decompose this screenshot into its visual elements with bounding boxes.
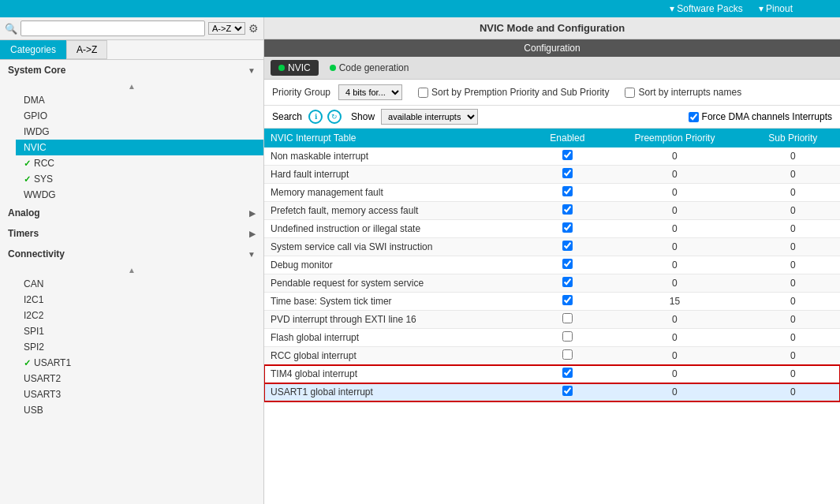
force-dma-checkbox[interactable] — [689, 112, 699, 122]
enabled-checkbox[interactable] — [562, 204, 573, 215]
col-interrupt-name: NVIC Interrupt Table — [264, 129, 531, 147]
usart3-label: USART3 — [24, 389, 61, 400]
enabled-cell[interactable] — [531, 256, 603, 274]
gpio-label: GPIO — [24, 110, 47, 121]
sidebar-item-sys[interactable]: ✓SYS — [16, 171, 263, 187]
section-analog[interactable]: Analog ▶ — [0, 203, 263, 223]
enabled-cell[interactable] — [531, 184, 603, 202]
enabled-checkbox[interactable] — [562, 386, 573, 396]
enabled-checkbox[interactable] — [562, 259, 573, 269]
enabled-cell[interactable] — [531, 238, 603, 256]
enabled-cell[interactable] — [531, 147, 603, 166]
sub-priority-cell: 0 — [746, 256, 840, 274]
section-connectivity[interactable]: Connectivity ▼ — [0, 244, 263, 264]
sidebar-item-spi2[interactable]: SPI2 — [16, 339, 263, 355]
enabled-cell[interactable] — [531, 311, 603, 329]
enabled-checkbox[interactable] — [562, 313, 573, 323]
enabled-cell[interactable] — [531, 293, 603, 311]
sidebar-item-usart2[interactable]: USART2 — [16, 371, 263, 386]
section-timers-label: Timers — [8, 228, 39, 239]
interrupt-name-cell: Undefined instruction or illegal state — [264, 220, 531, 238]
can-label: CAN — [24, 278, 43, 289]
sidebar-item-i2c2[interactable]: I2C2 — [16, 308, 263, 323]
enabled-cell[interactable] — [531, 274, 603, 293]
search-info-icon[interactable]: ℹ — [308, 110, 323, 124]
main-layout: 🔍 A->Z ⚙ Categories A->Z System Core ▼ ▲… — [0, 17, 840, 504]
enabled-cell[interactable] — [531, 166, 603, 184]
enabled-checkbox[interactable] — [562, 168, 573, 178]
preemption-cell: 0 — [603, 383, 745, 401]
sidebar-item-rcc[interactable]: ✓RCC — [16, 155, 263, 171]
tab-categories[interactable]: Categories — [0, 40, 66, 59]
enabled-cell[interactable] — [531, 202, 603, 220]
sidebar-search-input[interactable] — [21, 21, 205, 36]
sidebar-item-usb[interactable]: USB — [16, 402, 263, 418]
search-refresh-icon[interactable]: ↻ — [327, 110, 342, 124]
tab-nvic[interactable]: NVIC — [271, 60, 319, 76]
enabled-checkbox[interactable] — [562, 150, 573, 160]
sub-priority-cell: 0 — [746, 202, 840, 220]
enabled-cell[interactable] — [531, 347, 603, 365]
show-dropdown[interactable]: available interrupts — [381, 109, 478, 125]
enabled-cell[interactable] — [531, 383, 603, 401]
preemption-cell: 0 — [603, 274, 745, 293]
sidebar-sort-dropdown[interactable]: A->Z — [208, 22, 245, 35]
section-timers[interactable]: Timers ▶ — [0, 223, 263, 244]
sort-premption-checkbox[interactable] — [418, 88, 428, 98]
gear-icon[interactable]: ⚙ — [248, 22, 259, 35]
rcc-check: ✓ — [24, 159, 31, 169]
sort-premption-label[interactable]: Sort by Premption Priority and Sub Prior… — [418, 87, 609, 98]
sidebar-item-gpio[interactable]: GPIO — [16, 108, 263, 124]
enabled-checkbox[interactable] — [562, 295, 573, 305]
search-row: Search ℹ ↻ Show available interrupts For… — [264, 106, 840, 129]
interrupt-name-cell: Flash global interrupt — [264, 329, 531, 347]
table-row: RCC global interrupt00 — [264, 347, 840, 365]
config-controls: Priority Group 4 bits for... Sort by Pre… — [264, 80, 840, 106]
sidebar-item-i2c1[interactable]: I2C1 — [16, 292, 263, 308]
sidebar-item-nvic[interactable]: NVIC — [16, 140, 263, 155]
scroll-up-btn[interactable]: ▲ — [0, 80, 263, 92]
system-core-items: DMA GPIO IWDG NVIC ✓RCC ✓SYS WWDG — [0, 92, 263, 203]
enabled-cell[interactable] — [531, 220, 603, 238]
enabled-checkbox[interactable] — [562, 368, 573, 378]
enabled-checkbox[interactable] — [562, 349, 573, 360]
sub-priority-cell: 0 — [746, 329, 840, 347]
sidebar-item-can[interactable]: CAN — [16, 276, 263, 292]
section-system-core[interactable]: System Core ▼ — [0, 60, 263, 80]
sidebar-item-usart3[interactable]: USART3 — [16, 386, 263, 402]
enabled-checkbox[interactable] — [562, 186, 573, 196]
tab-code-gen[interactable]: Code generation — [322, 60, 417, 76]
sub-priority-cell: 0 — [746, 274, 840, 293]
enabled-checkbox[interactable] — [562, 222, 573, 233]
sort-interrupts-checkbox[interactable] — [625, 88, 635, 98]
sort-interrupts-label[interactable]: Sort by interrupts names — [625, 87, 741, 98]
col-sub-priority: Sub Priority — [746, 129, 840, 147]
sub-priority-cell: 0 — [746, 184, 840, 202]
scroll-up-btn-2[interactable]: ▲ — [0, 264, 263, 276]
table-row: System service call via SWI instruction0… — [264, 238, 840, 256]
search-icons: ℹ ↻ — [308, 110, 342, 124]
search-icon: 🔍 — [5, 23, 17, 35]
sys-check: ✓ — [24, 174, 31, 185]
nvic-tab-dot — [278, 65, 285, 71]
enabled-checkbox[interactable] — [562, 241, 573, 251]
table-row: Hard fault interrupt00 — [264, 166, 840, 184]
priority-group-select[interactable]: 4 bits for... — [338, 84, 402, 100]
tab-atoz[interactable]: A->Z — [66, 40, 107, 59]
enabled-checkbox[interactable] — [562, 277, 573, 287]
table-row: Debug monitor00 — [264, 256, 840, 274]
section-timers-arrow: ▶ — [249, 230, 256, 238]
sidebar-item-usart1[interactable]: ✓USART1 — [16, 355, 263, 371]
software-packs-link[interactable]: ▾ Software Packs — [670, 3, 743, 14]
sidebar-item-wwdg[interactable]: WWDG — [16, 187, 263, 203]
table-row: Prefetch fault, memory access fault00 — [264, 202, 840, 220]
interrupt-name-cell: Pendable request for system service — [264, 274, 531, 293]
enabled-checkbox[interactable] — [562, 331, 573, 342]
enabled-cell[interactable] — [531, 365, 603, 383]
pinout-link[interactable]: ▾ Pinout — [759, 3, 793, 14]
connectivity-items: CAN I2C1 I2C2 SPI1 SPI2 ✓USART1 USART2 U… — [0, 276, 263, 418]
sidebar-item-spi1[interactable]: SPI1 — [16, 323, 263, 339]
sidebar-item-dma[interactable]: DMA — [16, 92, 263, 108]
enabled-cell[interactable] — [531, 329, 603, 347]
sidebar-item-iwdg[interactable]: IWDG — [16, 124, 263, 140]
